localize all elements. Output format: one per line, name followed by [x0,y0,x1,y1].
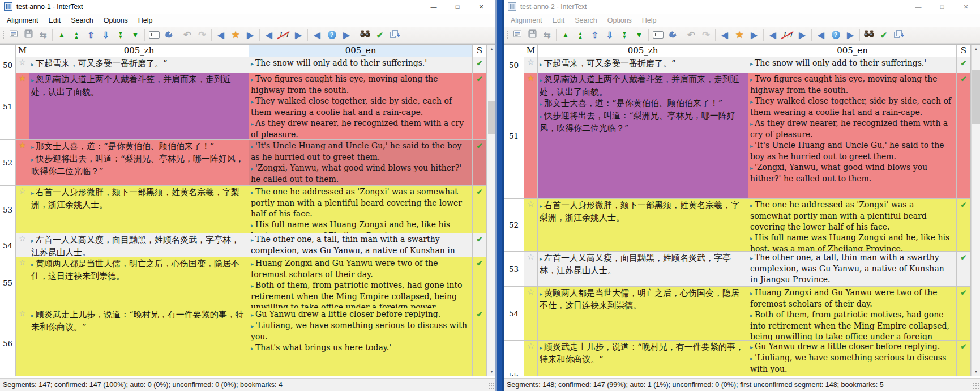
next-unconfirmed-icon[interactable]: ▶ [843,28,858,42]
alignment-properties-icon[interactable] [510,28,525,42]
next-unconfirmed-icon[interactable]: ▶ [339,28,354,42]
segment[interactable]: ▸忽见南边大道上两个人戴着斗笠，并肩而来，走到近处，认出了面貌。 [540,74,746,97]
bookmark-cell[interactable]: ★ [16,73,29,140]
toolbar-grip[interactable] [2,30,5,40]
menu-alignment[interactable]: Alignment [506,15,547,26]
reload-icon[interactable]: ⇆ [36,28,50,42]
confirmed-check-icon[interactable]: ✔ [961,75,967,83]
source-cell[interactable]: ▸顾炎武走上几步，说道：“晚村兄，有一件要紧的事，特来和你商议。” [538,341,748,376]
segment[interactable]: ▸The snow will only add to their sufferi… [750,58,954,69]
move-up-icon[interactable]: ⇧ [588,28,602,42]
source-cell[interactable]: ▸下起雪来，可又多受一番折磨了。” [538,57,748,73]
next-bookmark-icon[interactable]: ▶ [243,28,258,42]
merge-up-all-icon[interactable]: ▲ [69,28,84,42]
segment[interactable]: ▸右首一人身形微胖，颏下一部黑须，姓黄名宗羲，字梨洲，浙江余姚人士。 [540,199,746,223]
confirmed-check-icon[interactable]: ✔ [961,288,967,297]
titlebar[interactable]: test-anno-1 - InterText — □ ✕ [0,0,495,14]
prev-non-1-1-icon[interactable]: ◀ [262,28,276,42]
bookmark-star-outline-icon[interactable]: ☆ [19,309,26,318]
menu-edit[interactable]: Edit [547,15,570,26]
segment[interactable]: ▸'Liuliang, we have something serious to… [251,320,470,342]
segment[interactable]: ▸左首一人又高又瘦，面目黝黑，姓顾名炎武，字亭林，江苏昆山人士。 [31,234,246,257]
confirm-cell[interactable]: ✔ [957,252,971,287]
bookmark-star-icon[interactable]: ★ [527,74,534,83]
bookmark-star-outline-icon[interactable]: ☆ [527,341,534,350]
segment[interactable]: ▸那文士大喜，道：“是你黄伯伯、顾伯伯来了！” [31,141,246,153]
segment[interactable]: ▸Two figures caught his eye, moving alon… [750,74,954,96]
target-cell[interactable]: ▸'It's Uncle Huang and Uncle Gu,' he sai… [249,140,473,186]
transfer-icon[interactable] [891,28,906,42]
segment[interactable]: ▸'Zongxi, Yanwu, what good wind blows yo… [750,162,954,184]
confirmed-check-icon[interactable]: ✔ [477,142,483,150]
vertical-scrollbar[interactable]: ▲▼ [487,45,496,376]
segment[interactable]: ▸快步迎将出去，叫道：“梨洲兄、亭林兄，哪一阵好风，吹得你二位光临？” [31,153,246,177]
segment[interactable]: ▸Two figures caught his eye, moving alon… [251,74,470,96]
confirmed-check-icon[interactable]: ✔ [477,59,483,67]
redo-icon[interactable]: ↷ [195,28,209,42]
source-cell[interactable]: ▸忽见南边大道上两个人戴着斗笠，并肩而来，走到近处，认出了面貌。 [29,73,249,140]
segment[interactable]: ▸忽见南边大道上两个人戴着斗笠，并肩而来，走到近处，认出了面貌。 [31,74,246,97]
source-cell[interactable]: ▸黄顾两人都是当世大儒，明亡之后，心伤国变，隐居不仕，这日连袂来到崇德。 [29,257,249,308]
segment[interactable]: ▸Gu Yanwu drew a little closer before re… [251,309,470,320]
confirm-cell[interactable]: ✔ [473,57,487,73]
shift-down-all-icon[interactable]: ▼ [617,28,632,42]
toolbar-grip[interactable] [506,30,508,40]
reload-icon[interactable]: ⇆ [540,28,554,42]
target-cell[interactable]: ▸The snow will only add to their sufferi… [748,57,957,73]
undo-icon[interactable]: ↶ [180,28,195,42]
bookmark-cell[interactable]: ☆ [524,252,538,287]
segment[interactable]: ▸That's what brings us here today.' [251,342,470,354]
segment[interactable]: ▸黄顾两人都是当世大儒，明亡之后，心伤国变，隐居不仕，这日连袂来到崇德。 [31,258,246,282]
bookmark-star-outline-icon[interactable]: ☆ [19,186,26,196]
edit-text-icon[interactable] [147,28,161,42]
titlebar[interactable]: test-anno-2 - InterText — □ ✕ [504,0,980,14]
segment[interactable]: ▸快步迎将出去，叫道：“梨洲兄、亭林兄，哪一阵好风，吹得你二位光临？” [540,110,746,134]
segment[interactable]: ▸Gu Yanwu drew a little closer before re… [750,341,954,352]
move-up-icon[interactable]: ⇧ [84,28,99,42]
confirmed-check-icon[interactable]: ✔ [961,342,967,351]
bookmark-star-outline-icon[interactable]: ☆ [527,252,534,261]
segment[interactable]: ▸The one he addressed as 'Zongxi' was a … [251,186,470,219]
target-cell[interactable]: ▸The other one, a tall, thin man with a … [249,233,473,257]
alignment-properties-icon[interactable] [6,28,21,42]
ratio-1-1-icon[interactable]: 1:1 [276,28,291,42]
segment[interactable]: ▸黄顾两人都是当世大儒，明亡之后，心伤国变，隐居不仕，这日连袂来到崇德。 [540,287,746,311]
prev-bookmark-icon[interactable]: ◀ [717,28,732,42]
shift-down-icon[interactable]: ▼ [632,28,647,42]
source-cell[interactable]: ▸顾炎武走上几步，说道：“晚村兄，有一件要紧的事，特来和你商议。” [29,308,249,376]
bookmark-cell[interactable]: ☆ [16,233,29,257]
confirm-cell[interactable]: ✔ [957,57,971,73]
bookmark-cell[interactable]: ☆ [16,186,29,233]
target-cell[interactable]: ▸The one he addressed as 'Zongxi' was a … [249,186,473,233]
menu-edit[interactable]: Edit [44,15,66,26]
edit-text-icon[interactable] [651,28,665,42]
scroll-up-icon[interactable]: ▲ [487,45,496,53]
move-down-icon[interactable]: ⇩ [602,28,617,42]
vertical-scrollbar[interactable]: ▲▼ [971,45,980,376]
help-status-icon[interactable]: ? [828,28,843,42]
target-cell[interactable]: ▸Huang Zongxi and Gu Yanwu were two of t… [748,287,957,341]
menu-search[interactable]: Search [570,15,602,26]
prev-unconfirmed-icon[interactable]: ◀ [814,28,828,42]
target-cell[interactable]: ▸Gu Yanwu drew a little closer before re… [249,308,473,376]
find-icon[interactable] [862,28,876,42]
segment[interactable]: ▸'It's Uncle Huang and Uncle Gu,' he sai… [750,140,954,162]
bookmark-cell[interactable]: ☆ [16,257,29,308]
menu-options[interactable]: Options [99,15,133,26]
prev-bookmark-icon[interactable]: ◀ [213,28,228,42]
segment[interactable]: ▸They walked close together, side by sid… [251,96,470,118]
maximize-button[interactable]: □ [930,0,954,14]
target-cell[interactable]: ▸The one he addressed as 'Zongxi' was a … [748,199,957,252]
bookmark-icon[interactable]: ★ [732,28,747,42]
bookmark-cell[interactable]: ☆ [524,341,538,376]
maximize-button[interactable]: □ [446,0,469,14]
bookmark-star-outline-icon[interactable]: ☆ [19,58,26,67]
segment[interactable]: ▸As they drew nearer, he recognized them… [251,118,470,140]
segment[interactable]: ▸顾炎武走上几步，说道：“晚村兄，有一件要紧的事，特来和你商议。” [31,309,246,333]
segment[interactable]: ▸顾炎武走上几步，说道：“晚村兄，有一件要紧的事，特来和你商议。” [540,341,746,365]
close-button[interactable]: ✕ [954,0,978,14]
target-cell[interactable]: ▸Two figures caught his eye, moving alon… [748,73,957,199]
menu-alignment[interactable]: Alignment [2,15,44,26]
source-cell[interactable]: ▸黄顾两人都是当世大儒，明亡之后，心伤国变，隐居不仕，这日连袂来到崇德。 [538,287,748,341]
confirm-cell[interactable]: ✔ [957,73,971,199]
